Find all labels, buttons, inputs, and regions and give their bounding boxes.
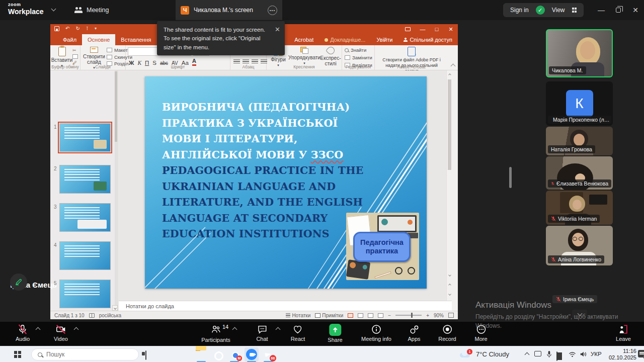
reading-view-button[interactable]: [368, 313, 373, 318]
search-input[interactable]: [46, 351, 122, 358]
slide-thumbnail-3[interactable]: 3: [50, 203, 118, 233]
scroll-up-arrow-icon[interactable]: [447, 71, 452, 78]
next-slide-button[interactable]: [447, 291, 452, 298]
slide-thumbnail-1[interactable]: 1: [50, 123, 118, 153]
save-icon[interactable]: [54, 26, 59, 31]
tray-mic-icon[interactable]: [546, 350, 552, 360]
slide-title-text[interactable]: ВИРОБНИЧА (ПЕДАГОГІЧНА) ПРАКТИКА З УКРАЇ…: [162, 100, 373, 242]
replace-button[interactable]: Замінити: [345, 55, 372, 60]
ppt-presenter-icon[interactable]: [400, 24, 415, 34]
outlook-icon[interactable]: [212, 349, 223, 360]
notes-pane[interactable]: Нотатки до слайда: [119, 301, 452, 311]
zoom-out-button[interactable]: −: [388, 313, 391, 318]
participants-options-chevron-icon[interactable]: [232, 327, 237, 332]
zoom-app-icon[interactable]: [246, 349, 257, 360]
speaker-icon[interactable]: [580, 350, 587, 359]
shared-screen-scrollbar[interactable]: [509, 167, 512, 188]
language-indicator[interactable]: російська: [99, 313, 121, 318]
align-left-button[interactable]: [233, 59, 240, 64]
close-button[interactable]: ✕: [627, 0, 644, 20]
react-button[interactable]: React: [291, 324, 305, 342]
comments-toggle-button[interactable]: Примітки: [315, 313, 343, 318]
scroll-down-arrow-icon[interactable]: [447, 272, 452, 279]
cut-icon[interactable]: ✂: [72, 48, 78, 53]
ppt-tab-sign-in[interactable]: Увійти: [371, 34, 398, 45]
ppt-minimize-button[interactable]: —: [416, 24, 430, 34]
reset-button[interactable]: Скинути: [107, 54, 126, 60]
wifi-icon[interactable]: [569, 350, 576, 359]
screen-tab-menu-button[interactable]: •••: [268, 6, 277, 15]
thumbnail-image[interactable]: [59, 123, 111, 152]
cast-icon[interactable]: [534, 351, 541, 356]
thumbnail-image[interactable]: [59, 203, 111, 232]
video-tile-lohvynenko[interactable]: Аліна Логвиненко: [546, 226, 613, 265]
minimize-button[interactable]: —: [593, 0, 610, 20]
participants-scroll-down-button[interactable]: [572, 310, 587, 317]
video-button[interactable]: Video: [54, 324, 68, 342]
video-tile-herman[interactable]: Viktoriia Herman: [546, 191, 613, 225]
keyboard-language-indicator[interactable]: УКР: [591, 351, 602, 357]
view-layout-icon[interactable]: [572, 8, 577, 13]
chrome-icon[interactable]: M: [229, 349, 240, 360]
quick-styles-button[interactable]: Експрес-стилі: [320, 47, 341, 66]
ppt-close-button[interactable]: ✕: [444, 24, 458, 34]
restore-button[interactable]: [610, 0, 627, 20]
notes-toggle-button[interactable]: Нотатки: [286, 313, 310, 318]
ppt-tab-insert[interactable]: Вставлення: [115, 34, 156, 45]
telegram-icon[interactable]: 66: [263, 349, 274, 360]
zoom-percentage[interactable]: 90%: [434, 313, 444, 318]
edge-icon[interactable]: [179, 349, 190, 360]
security-shield-icon[interactable]: ✓: [536, 6, 545, 15]
video-tile-veniukova[interactable]: Єлизавета Венюкова: [546, 156, 613, 190]
slideshow-button[interactable]: [378, 313, 383, 318]
redo-icon[interactable]: ↻: [75, 26, 79, 31]
slide-picture-pedagogical-practice[interactable]: Педагогічнапрактика: [346, 213, 419, 280]
notification-close-icon[interactable]: ✕: [275, 25, 280, 35]
audio-options-chevron-icon[interactable]: [36, 327, 41, 332]
arrange-button[interactable]: Упорядкувати▾: [289, 47, 320, 65]
share-button[interactable]: Share: [328, 324, 342, 343]
chat-button[interactable]: Chat: [256, 324, 268, 342]
tray-expand-chevron-icon[interactable]: [525, 352, 530, 357]
participants-button[interactable]: 14 Participants: [201, 324, 230, 343]
record-button[interactable]: Record: [438, 324, 456, 342]
slide-area-scrollbar[interactable]: [446, 70, 452, 301]
ppt-tab-tell-me[interactable]: Докладніше...: [319, 34, 371, 45]
workspace-menu-chevron-icon[interactable]: [51, 7, 56, 12]
video-options-chevron-icon[interactable]: [74, 327, 79, 332]
scrollbar-thumb[interactable]: [448, 79, 451, 170]
align-center-button[interactable]: [243, 59, 249, 64]
sign-in-button[interactable]: Sign in: [510, 7, 529, 14]
ppt-maximize-button[interactable]: □: [430, 24, 444, 34]
ppt-tab-home[interactable]: Основне: [82, 34, 115, 45]
thumbnail-image[interactable]: [59, 241, 111, 270]
align-right-button[interactable]: [252, 59, 258, 64]
fit-to-window-icon[interactable]: [448, 313, 454, 318]
file-explorer-icon[interactable]: [196, 349, 207, 360]
taskbar-clock[interactable]: 11:16 02.10.2025: [605, 348, 636, 361]
weather-text[interactable]: 7°C Cloudy: [476, 350, 509, 358]
slide-1-canvas[interactable]: ВИРОБНИЧА (ПЕДАГОГІЧНА) ПРАКТИКА З УКРАЇ…: [145, 76, 427, 289]
annotate-button[interactable]: [10, 274, 27, 291]
thumbnail-scroll-down-button[interactable]: [112, 305, 118, 311]
leave-button[interactable]: Leave: [616, 324, 631, 342]
video-tile-prokopenko[interactable]: К Марія Прокопенко (л…: [546, 81, 613, 126]
start-button[interactable]: [14, 351, 21, 358]
ink-icon[interactable]: ⊺: [86, 26, 89, 31]
copilot-icon[interactable]: [163, 349, 174, 360]
apps-button[interactable]: Apps: [408, 324, 420, 342]
audio-button[interactable]: Audio: [16, 324, 30, 342]
thumbnail-scrollbar[interactable]: [115, 70, 117, 311]
ppt-tab-acrobat[interactable]: Acrobat: [289, 34, 319, 45]
tab-shared-screen[interactable]: Ч Чикалова M.'s screen •••: [176, 0, 282, 20]
layout-button[interactable]: Макет: [107, 47, 126, 53]
view-button[interactable]: View: [552, 7, 565, 14]
find-button[interactable]: Знайти: [345, 47, 372, 53]
ppt-tab-share[interactable]: Спільний доступ: [398, 34, 458, 45]
undo-icon[interactable]: ↶: [65, 26, 69, 31]
taskbar-search[interactable]: [31, 348, 139, 360]
task-view-button[interactable]: [145, 349, 156, 360]
video-tile-chykalova[interactable]: Чикалова М.: [546, 29, 613, 77]
more-button[interactable]: More: [474, 324, 487, 342]
video-tile-hromova[interactable]: Наталія Громова: [546, 127, 613, 155]
